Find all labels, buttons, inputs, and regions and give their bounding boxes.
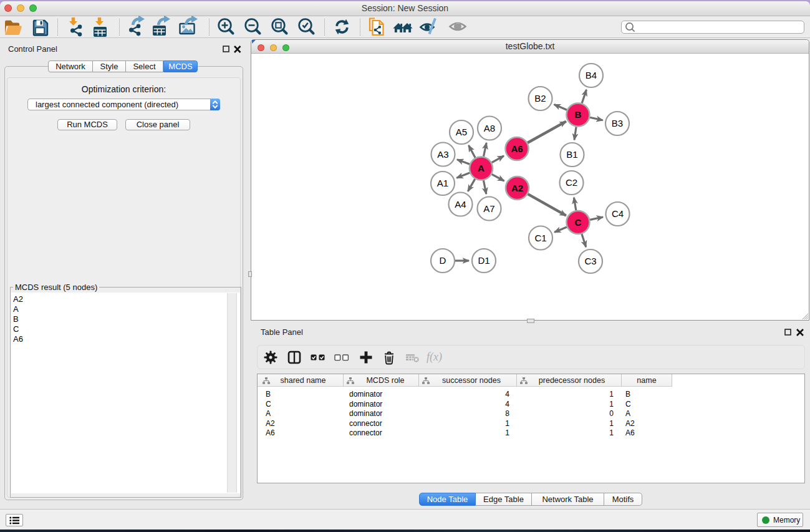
svg-text:A5: A5: [456, 127, 467, 137]
svg-text:B3: B3: [612, 118, 623, 128]
svg-text:A1: A1: [437, 178, 448, 188]
svg-text:C: C: [575, 217, 582, 228]
svg-text:C2: C2: [566, 177, 577, 188]
svg-text:A: A: [478, 163, 485, 173]
svg-text:C3: C3: [584, 256, 596, 266]
svg-text:A2: A2: [511, 183, 523, 193]
svg-text:B2: B2: [534, 93, 546, 104]
svg-text:D1: D1: [478, 255, 489, 266]
svg-text:A4: A4: [455, 199, 466, 210]
svg-text:C1: C1: [534, 233, 546, 243]
svg-text:C4: C4: [612, 208, 624, 219]
svg-text:B: B: [575, 109, 582, 120]
svg-text:A6: A6: [511, 143, 523, 154]
svg-text:D: D: [440, 255, 446, 266]
svg-text:B1: B1: [566, 149, 577, 160]
svg-text:A3: A3: [437, 149, 448, 160]
svg-text:B4: B4: [586, 70, 597, 80]
svg-text:A7: A7: [483, 203, 494, 214]
svg-text:A8: A8: [484, 123, 495, 133]
